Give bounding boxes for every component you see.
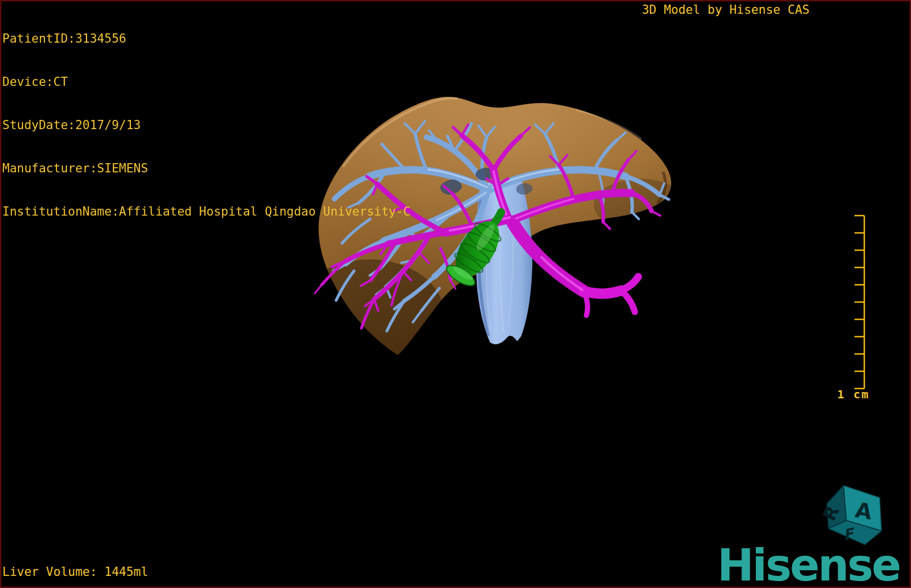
hisense-logo: Hisense bbox=[717, 540, 899, 588]
scale-bar-label: 1 cm bbox=[837, 387, 869, 401]
scale-bar bbox=[854, 216, 864, 389]
study-date-line: StudyDate:2017/9/13 bbox=[2, 118, 411, 133]
liver-volume-readout: Liver Volume: 1445ml bbox=[2, 565, 148, 579]
watermark-text: 3D Model by Hisense CAS bbox=[642, 3, 810, 17]
manufacturer-line: Manufacturer:SIEMENS bbox=[2, 161, 411, 176]
orientation-cube[interactable]: A R F bbox=[819, 485, 882, 545]
patient-id-line: PatientID:3134556 bbox=[2, 32, 411, 46]
device-line: Device:CT bbox=[2, 75, 411, 89]
institution-line: InstitutionName:Affiliated Hospital Qing… bbox=[2, 205, 411, 219]
patient-info: PatientID:3134556 Device:CT StudyDate:20… bbox=[2, 3, 411, 233]
